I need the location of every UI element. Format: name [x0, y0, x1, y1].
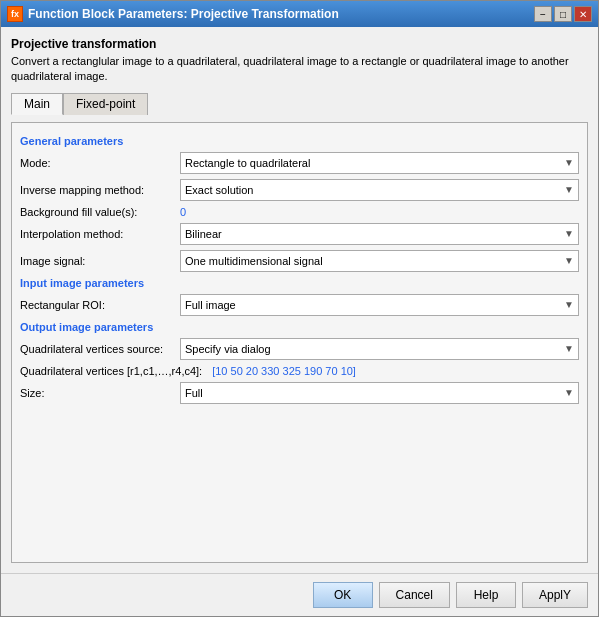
bg-fill-label: Background fill value(s): [20, 206, 180, 218]
interpolation-dropdown-arrow: ▼ [564, 228, 574, 239]
bg-fill-value: 0 [180, 206, 186, 218]
roi-label: Rectangular ROI: [20, 299, 180, 311]
output-params-label: Output image parameters [20, 321, 579, 333]
image-signal-row: Image signal: One multidimensional signa… [20, 250, 579, 272]
general-params-label: General parameters [20, 135, 579, 147]
size-label: Size: [20, 387, 180, 399]
minimize-button[interactable]: − [534, 6, 552, 22]
tab-main[interactable]: Main [11, 93, 63, 115]
roi-dropdown[interactable]: Full image ▼ [180, 294, 579, 316]
size-value: Full [185, 387, 203, 399]
description-header: Projective transformation [11, 37, 588, 51]
inverse-row: Inverse mapping method: Exact solution ▼ [20, 179, 579, 201]
description-text: Convert a rectanglular image to a quadri… [11, 54, 588, 85]
inverse-label: Inverse mapping method: [20, 184, 180, 196]
bg-fill-row: Background fill value(s): 0 [20, 206, 579, 218]
vertices-source-label: Quadrilateral vertices source: [20, 343, 180, 355]
footer: OK Cancel Help ApplY [1, 573, 598, 616]
roi-value: Full image [185, 299, 236, 311]
title-controls: − □ ✕ [534, 6, 592, 22]
description-section: Projective transformation Convert a rect… [11, 37, 588, 85]
roi-dropdown-arrow: ▼ [564, 299, 574, 310]
mode-value: Rectangle to quadrilateral [185, 157, 310, 169]
main-window: fx Function Block Parameters: Projective… [0, 0, 599, 617]
interpolation-label: Interpolation method: [20, 228, 180, 240]
ok-button[interactable]: OK [313, 582, 373, 608]
maximize-button[interactable]: □ [554, 6, 572, 22]
tab-fixed-point[interactable]: Fixed-point [63, 93, 148, 115]
interpolation-row: Interpolation method: Bilinear ▼ [20, 223, 579, 245]
title-bar-left: fx Function Block Parameters: Projective… [7, 6, 339, 22]
size-row: Size: Full ▼ [20, 382, 579, 404]
mode-row: Mode: Rectangle to quadrilateral ▼ [20, 152, 579, 174]
title-bar: fx Function Block Parameters: Projective… [1, 1, 598, 27]
inverse-value: Exact solution [185, 184, 253, 196]
vertices-label: Quadrilateral vertices [r1,c1,…,r4,c4]: [20, 365, 202, 377]
vertices-source-value: Specify via dialog [185, 343, 271, 355]
close-button[interactable]: ✕ [574, 6, 592, 22]
mode-dropdown-arrow: ▼ [564, 157, 574, 168]
vertices-source-dropdown[interactable]: Specify via dialog ▼ [180, 338, 579, 360]
size-dropdown-arrow: ▼ [564, 387, 574, 398]
vertices-source-row: Quadrilateral vertices source: Specify v… [20, 338, 579, 360]
tab-bar: Main Fixed-point [11, 93, 588, 115]
input-params-label: Input image parameters [20, 277, 579, 289]
size-dropdown[interactable]: Full ▼ [180, 382, 579, 404]
image-signal-dropdown-arrow: ▼ [564, 255, 574, 266]
roi-row: Rectangular ROI: Full image ▼ [20, 294, 579, 316]
content-area: Projective transformation Convert a rect… [1, 27, 598, 573]
mode-label: Mode: [20, 157, 180, 169]
help-button[interactable]: Help [456, 582, 516, 608]
mode-dropdown[interactable]: Rectangle to quadrilateral ▼ [180, 152, 579, 174]
inverse-dropdown-arrow: ▼ [564, 184, 574, 195]
vertices-source-dropdown-arrow: ▼ [564, 343, 574, 354]
interpolation-value: Bilinear [185, 228, 222, 240]
image-signal-value: One multidimensional signal [185, 255, 323, 267]
cancel-button[interactable]: Cancel [379, 582, 450, 608]
image-signal-dropdown[interactable]: One multidimensional signal ▼ [180, 250, 579, 272]
tab-panel: General parameters Mode: Rectangle to qu… [11, 122, 588, 563]
window-title: Function Block Parameters: Projective Tr… [28, 7, 339, 21]
window-icon: fx [7, 6, 23, 22]
vertices-row: Quadrilateral vertices [r1,c1,…,r4,c4]: … [20, 365, 579, 377]
image-signal-label: Image signal: [20, 255, 180, 267]
interpolation-dropdown[interactable]: Bilinear ▼ [180, 223, 579, 245]
apply-button[interactable]: ApplY [522, 582, 588, 608]
inverse-dropdown[interactable]: Exact solution ▼ [180, 179, 579, 201]
vertices-value: [10 50 20 330 325 190 70 10] [212, 365, 356, 377]
